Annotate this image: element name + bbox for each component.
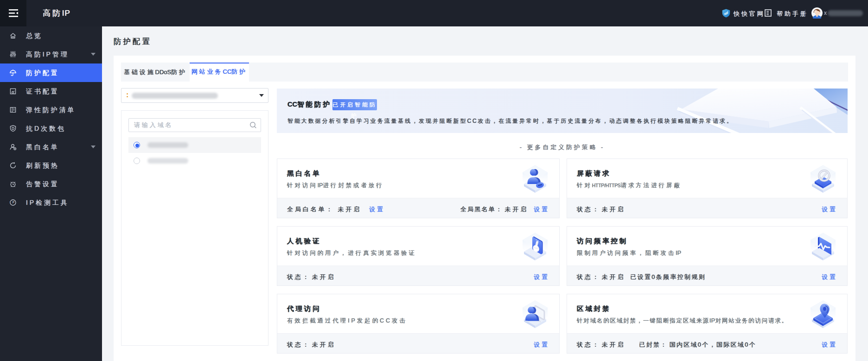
svg-text:IP: IP bbox=[10, 201, 16, 204]
